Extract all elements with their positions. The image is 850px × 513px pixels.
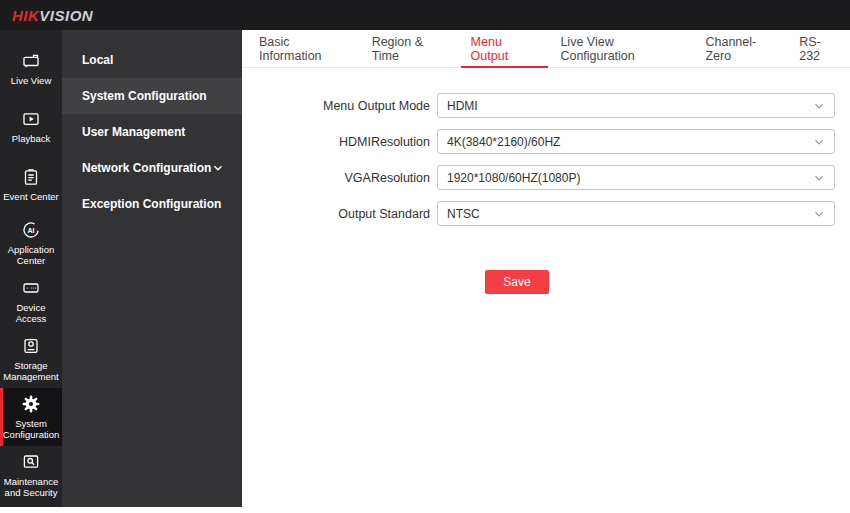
tab-live-view-configuration[interactable]: Live View Configuration	[550, 30, 693, 67]
logo-vision-text: VISION	[39, 7, 93, 24]
submenu-item-label: System Configuration	[82, 89, 207, 103]
sidebar-item-label: Storage Management	[1, 360, 61, 383]
tab-label: Live View Configuration	[560, 35, 683, 63]
submenu-item-network-configuration[interactable]: Network Configuration	[62, 150, 242, 186]
top-bar: HIKVISION	[0, 0, 850, 30]
tab-label: Menu Output	[471, 35, 539, 63]
submenu-item-local[interactable]: Local	[62, 42, 242, 78]
live-view-icon	[21, 51, 41, 71]
sidebar-item-storage-management[interactable]: Storage Management	[0, 330, 62, 388]
hikvision-logo: HIKVISION	[12, 7, 93, 24]
sidebar-item-label: Event Center	[3, 191, 58, 203]
primary-sidebar: Live View Playback Event Center AI Appli…	[0, 30, 62, 507]
tab-region-time[interactable]: Region & Time	[362, 30, 459, 67]
field-label: Output Standard	[242, 207, 430, 221]
submenu-item-system-configuration[interactable]: System Configuration	[62, 78, 242, 114]
sidebar-item-playback[interactable]: Playback	[0, 98, 62, 156]
save-button[interactable]: Save	[485, 270, 549, 294]
submenu-item-label: Network Configuration	[82, 161, 211, 175]
sidebar-item-system-configuration[interactable]: System Configuration	[0, 388, 62, 446]
sidebar-item-application-center[interactable]: AI Application Center	[0, 214, 62, 272]
vga-resolution-select[interactable]: 1920*1080/60HZ(1080P)	[437, 165, 835, 190]
select-value: 1920*1080/60HZ(1080P)	[447, 171, 813, 185]
submenu-item-exception-configuration[interactable]: Exception Configuration	[62, 186, 242, 222]
application-center-icon: AI	[21, 220, 41, 240]
menu-output-form: Menu Output Mode HDMI HDMIResolution 4K(…	[242, 68, 850, 294]
svg-text:AI: AI	[28, 226, 35, 233]
chevron-down-icon	[813, 136, 825, 148]
tab-channel-zero[interactable]: Channel-Zero	[695, 30, 787, 67]
main-content: Basic Information Region & Time Menu Out…	[242, 30, 850, 513]
tab-rs-232[interactable]: RS-232	[789, 30, 849, 67]
select-value: 4K(3840*2160)/60HZ	[447, 135, 813, 149]
chevron-down-icon	[813, 172, 825, 184]
output-standard-select[interactable]: NTSC	[437, 201, 835, 226]
field-label: Menu Output Mode	[242, 99, 430, 113]
submenu-item-label: User Management	[82, 125, 185, 139]
sidebar-item-maintenance-and-security[interactable]: Maintenance and Security	[0, 446, 62, 504]
form-row: Output Standard NTSC	[242, 201, 850, 226]
submenu-item-label: Exception Configuration	[82, 197, 221, 211]
submenu-item-user-management[interactable]: User Management	[62, 114, 242, 150]
field-label: VGAResolution	[242, 171, 430, 185]
tab-label: RS-232	[799, 35, 839, 63]
hdmi-resolution-select[interactable]: 4K(3840*2160)/60HZ	[437, 129, 835, 154]
field-label: HDMIResolution	[242, 135, 430, 149]
sidebar-item-label: System Configuration	[1, 418, 61, 441]
chevron-down-icon	[813, 208, 825, 220]
menu-output-mode-select[interactable]: HDMI	[437, 93, 835, 118]
select-value: HDMI	[447, 99, 813, 113]
event-center-icon	[21, 167, 41, 187]
sidebar-item-label: Playback	[12, 133, 51, 145]
select-value: NTSC	[447, 207, 813, 221]
sidebar-item-live-view[interactable]: Live View	[0, 40, 62, 98]
sidebar-item-event-center[interactable]: Event Center	[0, 156, 62, 214]
chevron-down-icon	[813, 100, 825, 112]
secondary-sidebar: Local System Configuration User Manageme…	[62, 30, 242, 507]
submenu-item-label: Local	[82, 53, 113, 67]
chevron-down-icon	[212, 162, 224, 174]
maintenance-security-icon	[21, 452, 41, 472]
gear-icon	[21, 394, 41, 414]
playback-icon	[21, 109, 41, 129]
tab-label: Region & Time	[372, 35, 449, 63]
logo-hik-text: HIK	[12, 7, 39, 24]
sidebar-item-label: Device Access	[1, 302, 61, 325]
device-access-icon	[21, 278, 41, 298]
tab-menu-output[interactable]: Menu Output	[461, 30, 549, 67]
form-row: Menu Output Mode HDMI	[242, 93, 850, 118]
storage-management-icon	[21, 336, 41, 356]
sidebar-item-device-access[interactable]: Device Access	[0, 272, 62, 330]
sidebar-item-label: Live View	[11, 75, 52, 87]
tab-label: Basic Information	[259, 35, 350, 63]
form-row: HDMIResolution 4K(3840*2160)/60HZ	[242, 129, 850, 154]
tab-bar: Basic Information Region & Time Menu Out…	[242, 30, 850, 68]
tab-label: Channel-Zero	[705, 35, 777, 63]
hikvision-web-app: HIKVISION Live View Playback Event Cente…	[0, 0, 850, 513]
sidebar-item-label: Maintenance and Security	[1, 476, 61, 499]
sidebar-item-label: Application Center	[1, 244, 61, 267]
tab-basic-information[interactable]: Basic Information	[249, 30, 360, 67]
form-row: VGAResolution 1920*1080/60HZ(1080P)	[242, 165, 850, 190]
